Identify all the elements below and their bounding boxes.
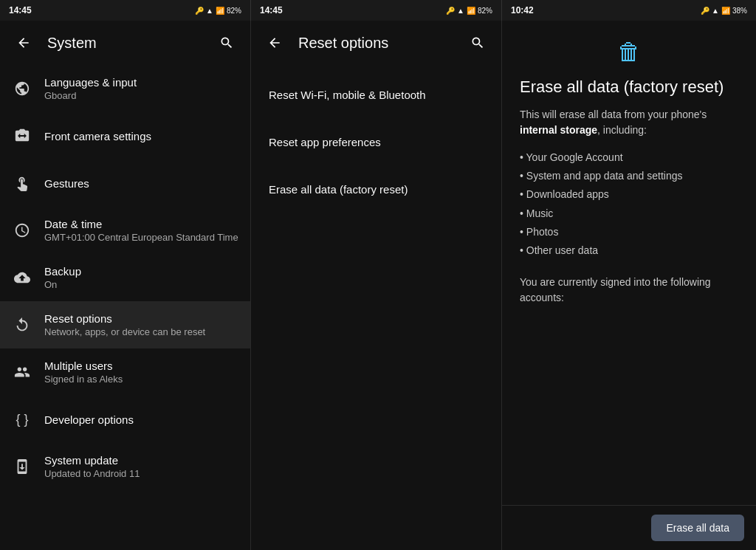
erase-description: This will erase all data from your phone…: [520, 107, 738, 138]
erase-list-item-4: • Music: [520, 204, 738, 223]
erase-list-item-5: • Photos: [520, 223, 738, 241]
reset-options-title: Reset options: [44, 312, 205, 325]
status-bar: 14:45 🔑 ▲ 📶 82% 14:45 🔑 ▲ 📶 82% 10:42 🔑 …: [0, 0, 756, 21]
panel-system: System Languages & input Gboard: [0, 21, 251, 550]
front-camera-title: Front camera settings: [44, 130, 151, 142]
system-update-subtitle: Updated to Android 11: [44, 468, 140, 479]
erase-list-items: • Your Google Account • System and app d…: [520, 148, 738, 260]
date-time-subtitle: GMT+01:00 Central European Standard Time: [44, 232, 238, 243]
status-icons-3: 🔑 ▲ 📶 38%: [701, 7, 747, 15]
backup-subtitle: On: [44, 279, 81, 290]
time-1: 14:45: [9, 5, 32, 16]
sidebar-item-gestures[interactable]: Gestures: [0, 159, 250, 207]
main-content: System Languages & input Gboard: [0, 21, 756, 550]
backup-icon: [12, 267, 32, 288]
system-back-button[interactable]: [12, 31, 35, 55]
globe-icon: [12, 78, 32, 99]
status-icons-2: 🔑 ▲ 📶 82%: [446, 7, 492, 15]
status-icons-1: 🔑 ▲ 📶 82%: [195, 7, 241, 15]
camera-front-icon: [12, 126, 32, 146]
signal-icon-2: 📶: [467, 7, 475, 15]
sidebar-item-multiple-users[interactable]: Multiple users Signed in as Aleks: [0, 348, 250, 396]
reset-search-button[interactable]: [466, 31, 489, 55]
gestures-title: Gestures: [44, 177, 89, 190]
system-title: System: [47, 35, 203, 52]
system-update-title: System update: [44, 454, 140, 467]
reset-header: Reset options: [251, 21, 501, 65]
multiple-users-title: Multiple users: [44, 360, 123, 372]
panel-erase: 🗑 Erase all data (factory reset) This wi…: [502, 21, 756, 550]
date-time-title: Date & time: [44, 218, 238, 230]
erase-all-data-button[interactable]: Erase all data: [651, 515, 744, 541]
time-2: 14:45: [260, 5, 283, 16]
developer-title: Developer options: [44, 413, 134, 426]
wifi-icon-3: ▲: [712, 7, 719, 15]
status-panel-3: 10:42 🔑 ▲ 📶 38%: [502, 0, 756, 21]
multiple-users-subtitle: Signed in as Aleks: [44, 374, 123, 385]
reset-title: Reset options: [298, 35, 454, 52]
trash-icon: 🗑: [617, 38, 641, 66]
erase-desc-bold: internal storage: [520, 124, 597, 136]
factory-reset-item[interactable]: Erase all data (factory reset): [251, 165, 501, 213]
factory-reset-label: Erase all data (factory reset): [269, 183, 408, 196]
users-icon: [12, 362, 32, 382]
erase-content: 🗑 Erase all data (factory reset) This wi…: [502, 21, 756, 505]
signal-icon-3: 📶: [721, 7, 730, 15]
clock-icon: [12, 220, 32, 241]
key-icon-2: 🔑: [446, 7, 455, 15]
system-update-icon: [12, 456, 32, 477]
key-icon-1: 🔑: [195, 7, 204, 15]
status-panel-2: 14:45 🔑 ▲ 📶 82%: [251, 0, 502, 21]
erase-list-item-6: • Other user data: [520, 241, 738, 260]
erase-title: Erase all data (factory reset): [520, 78, 738, 97]
erase-accounts-text: You are currently signed into the follow…: [520, 275, 738, 306]
signal-icon-1: 📶: [216, 7, 224, 15]
reset-back-button[interactable]: [263, 31, 286, 55]
sidebar-item-backup[interactable]: Backup On: [0, 254, 250, 301]
reset-options-subtitle: Network, apps, or device can be reset: [44, 326, 205, 337]
gestures-icon: [12, 173, 32, 193]
sidebar-item-front-camera[interactable]: Front camera settings: [0, 112, 250, 159]
sidebar-item-reset-options[interactable]: Reset options Network, apps, or device c…: [0, 301, 250, 348]
erase-footer: Erase all data: [502, 505, 756, 550]
sidebar-item-developer[interactable]: { } Developer options: [0, 396, 250, 443]
languages-subtitle: Gboard: [44, 90, 137, 101]
wifi-icon-1: ▲: [206, 7, 213, 15]
backup-title: Backup: [44, 265, 81, 278]
erase-list-item-3: • Downloaded apps: [520, 185, 738, 204]
developer-icon: { }: [12, 409, 32, 430]
sidebar-item-system-update[interactable]: System update Updated to Android 11: [0, 443, 250, 490]
system-search-button[interactable]: [215, 31, 238, 55]
status-panel-1: 14:45 🔑 ▲ 📶 82%: [0, 0, 251, 21]
settings-list: Languages & input Gboard Front camera se…: [0, 65, 250, 550]
reset-app-prefs-item[interactable]: Reset app preferences: [251, 118, 501, 165]
wifi-icon-2: ▲: [457, 7, 464, 15]
battery-text-3: 38%: [732, 7, 747, 15]
languages-title: Languages & input: [44, 76, 137, 89]
erase-desc-post: , including:: [597, 124, 647, 136]
battery-text-2: 82%: [478, 7, 492, 15]
battery-text-1: 82%: [227, 7, 241, 15]
reset-icon: [12, 314, 32, 335]
erase-list-item-2: • System and app data and settings: [520, 167, 738, 185]
system-header: System: [0, 21, 250, 65]
time-3: 10:42: [511, 5, 534, 16]
reset-list: Reset Wi-Fi, mobile & Bluetooth Reset ap…: [251, 65, 501, 213]
key-icon-3: 🔑: [701, 7, 709, 15]
reset-wifi-item[interactable]: Reset Wi-Fi, mobile & Bluetooth: [251, 71, 501, 118]
panel-reset: Reset options Reset Wi-Fi, mobile & Blue…: [251, 21, 502, 550]
reset-app-prefs-label: Reset app preferences: [269, 136, 381, 148]
sidebar-item-languages[interactable]: Languages & input Gboard: [0, 65, 250, 112]
sidebar-item-date-time[interactable]: Date & time GMT+01:00 Central European S…: [0, 207, 250, 254]
erase-list-item-1: • Your Google Account: [520, 148, 738, 167]
reset-wifi-label: Reset Wi-Fi, mobile & Bluetooth: [269, 89, 426, 101]
erase-desc-pre: This will erase all data from your phone…: [520, 109, 707, 120]
